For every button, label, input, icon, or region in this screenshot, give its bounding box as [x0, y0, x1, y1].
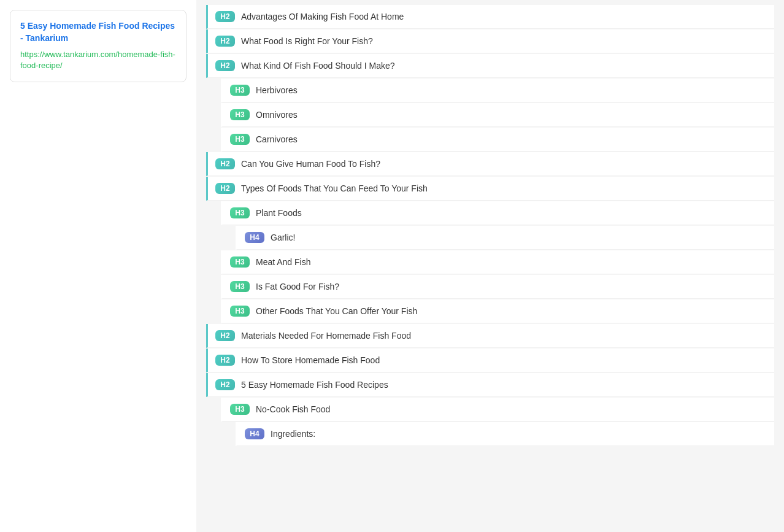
heading-row[interactable]: H2Advantages Of Making Fish Food At Home — [206, 5, 774, 29]
heading-badge: H3 — [230, 306, 250, 317]
heading-badge: H2 — [215, 11, 235, 22]
heading-text: Carnivores — [256, 134, 298, 144]
heading-text: Herbivores — [256, 85, 298, 95]
heading-text: Materials Needed For Homemade Fish Food — [241, 331, 411, 341]
heading-row[interactable]: H3Other Foods That You Can Offer Your Fi… — [221, 299, 774, 323]
heading-row[interactable]: H3Is Fat Good For Fish? — [221, 275, 774, 299]
heading-row[interactable]: H4Garlic! — [236, 226, 774, 250]
heading-text: What Kind Of Fish Food Should I Make? — [241, 61, 395, 71]
heading-badge: H3 — [230, 85, 250, 96]
heading-row[interactable]: H3No-Cook Fish Food — [221, 398, 774, 422]
heading-row[interactable]: H3Omnivores — [221, 103, 774, 127]
heading-badge: H2 — [215, 158, 235, 169]
heading-badge: H3 — [230, 256, 250, 268]
main-content: H2Advantages Of Making Fish Food At Home… — [196, 0, 784, 532]
heading-badge: H2 — [215, 330, 235, 341]
heading-badge: H3 — [230, 207, 250, 218]
sidebar-card: 5 Easy Homemade Fish Food Recipes - Tank… — [10, 10, 186, 82]
heading-row[interactable]: H2What Kind Of Fish Food Should I Make? — [206, 54, 774, 78]
heading-text: What Food Is Right For Your Fish? — [241, 36, 373, 46]
heading-text: How To Store Homemade Fish Food — [241, 355, 380, 365]
heading-text: Is Fat Good For Fish? — [256, 282, 339, 291]
heading-text: Other Foods That You Can Offer Your Fish — [256, 306, 417, 316]
heading-badge: H2 — [215, 355, 235, 366]
heading-text: Can You Give Human Food To Fish? — [241, 159, 380, 169]
heading-text: Types Of Foods That You Can Feed To Your… — [241, 183, 428, 193]
heading-row[interactable]: H2Can You Give Human Food To Fish? — [206, 152, 774, 176]
heading-row[interactable]: H3Meat And Fish — [221, 250, 774, 274]
sidebar-url[interactable]: https://www.tankarium.com/homemade-fish-… — [20, 49, 176, 71]
heading-text: Plant Foods — [256, 208, 302, 218]
heading-badge: H2 — [215, 183, 235, 194]
heading-badge: H3 — [230, 109, 250, 120]
heading-badge: H3 — [230, 281, 250, 292]
heading-row[interactable]: H2Types Of Foods That You Can Feed To Yo… — [206, 177, 774, 201]
heading-text: Meat And Fish — [256, 257, 311, 267]
heading-row[interactable]: H2Materials Needed For Homemade Fish Foo… — [206, 324, 774, 348]
heading-row[interactable]: H3Plant Foods — [221, 201, 774, 225]
heading-badge: H2 — [215, 379, 235, 390]
sidebar: 5 Easy Homemade Fish Food Recipes - Tank… — [0, 0, 196, 532]
heading-badge: H3 — [230, 134, 250, 145]
sidebar-title[interactable]: 5 Easy Homemade Fish Food Recipes - Tank… — [20, 20, 176, 44]
heading-row[interactable]: H2How To Store Homemade Fish Food — [206, 349, 774, 372]
heading-badge: H2 — [215, 36, 235, 47]
heading-text: 5 Easy Homemade Fish Food Recipes — [241, 380, 388, 390]
heading-row[interactable]: H3Herbivores — [221, 79, 774, 102]
heading-row[interactable]: H4Ingredients: — [236, 422, 774, 446]
heading-text: Ingredients: — [271, 429, 315, 439]
heading-text: Omnivores — [256, 110, 298, 120]
heading-badge: H2 — [215, 60, 235, 71]
heading-badge: H4 — [245, 428, 264, 439]
heading-row[interactable]: H25 Easy Homemade Fish Food Recipes — [206, 373, 774, 397]
heading-text: No-Cook Fish Food — [256, 404, 330, 414]
heading-badge: H4 — [245, 232, 264, 243]
heading-row[interactable]: H2What Food Is Right For Your Fish? — [206, 29, 774, 53]
heading-text: Advantages Of Making Fish Food At Home — [241, 12, 404, 21]
heading-text: Garlic! — [271, 233, 295, 242]
heading-badge: H3 — [230, 404, 250, 415]
heading-row[interactable]: H3Carnivores — [221, 128, 774, 152]
